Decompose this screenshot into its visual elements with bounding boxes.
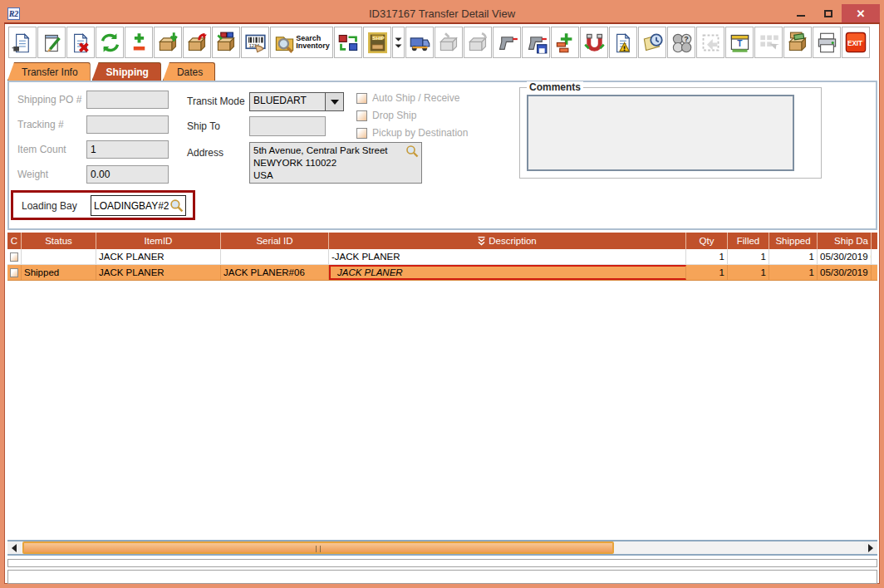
- toolbar-ship-options-dropdown-button[interactable]: [392, 27, 405, 58]
- toolbar-unship-box-button[interactable]: [183, 27, 211, 58]
- minimize-button[interactable]: [787, 4, 814, 22]
- weight-input[interactable]: [86, 165, 169, 184]
- truck-icon: [409, 32, 431, 54]
- tab-transfer-info[interactable]: Transfer Info: [7, 62, 91, 81]
- maximize-icon: [824, 10, 832, 17]
- address-search-icon[interactable]: [405, 145, 419, 161]
- tab-shipping[interactable]: Shipping: [92, 62, 161, 81]
- table-row[interactable]: JACK PLANER-JACK PLANER11105/30/2019 0: [7, 249, 877, 265]
- column-header-qty[interactable]: Qty: [686, 233, 728, 249]
- toolbar-receive-box-button[interactable]: [154, 27, 182, 58]
- add-remove-line-icon: [128, 32, 150, 54]
- shipped-cell: 1: [769, 265, 818, 280]
- toolbar-ship-picture-button[interactable]: SHIP: [363, 27, 391, 58]
- column-header-c[interactable]: C: [7, 233, 22, 249]
- row-checkbox[interactable]: [10, 252, 18, 262]
- toolbar-new-document-button[interactable]: [8, 27, 37, 58]
- loading-bay-search-icon[interactable]: [169, 198, 184, 216]
- toolbar-attach-magnet-button[interactable]: [580, 27, 608, 58]
- tab-dates[interactable]: Dates: [163, 62, 215, 81]
- toolbar-exit-button[interactable]: EXIT: [842, 27, 870, 58]
- column-header-description[interactable]: Description: [329, 233, 686, 249]
- close-button[interactable]: ✕: [842, 4, 880, 22]
- item-id-cell: JACK PLANER: [96, 249, 221, 264]
- address-line-2: NEWYORK 110022: [253, 157, 418, 169]
- address-line-3: USA: [253, 169, 418, 182]
- toolbar-alert-document-button[interactable]: [609, 27, 637, 58]
- column-header-serial-id[interactable]: Serial ID: [221, 233, 329, 249]
- toolbar-barcode-entry-button[interactable]: 1234: [241, 27, 269, 58]
- shipping-po-input[interactable]: [86, 91, 169, 109]
- edit-notepad-icon: [41, 32, 63, 54]
- toolbar-paste-region-button: [696, 27, 724, 58]
- drop-ship-checkbox[interactable]: [356, 110, 367, 121]
- toolbar-schedule-notes-button[interactable]: [638, 27, 666, 58]
- column-header-status[interactable]: Status: [22, 233, 96, 249]
- maximize-button[interactable]: [814, 4, 842, 22]
- toolbar-refresh-button[interactable]: [96, 27, 124, 58]
- ship-options-dropdown-icon: [394, 32, 403, 54]
- toolbar-transfer-boxes-button[interactable]: [334, 27, 362, 58]
- toolbar-cash-boxes-button[interactable]: [783, 27, 812, 58]
- auto-ship-receive-checkbox-label: Auto Ship / Receive: [372, 92, 459, 104]
- row-checkbox[interactable]: [10, 268, 18, 277]
- tab-strip: Transfer InfoShippingDates: [7, 61, 217, 81]
- scroll-right-button[interactable]: [864, 541, 877, 554]
- table-header-row: CStatusItemIDSerial IDDescriptionQtyFill…: [7, 233, 877, 249]
- transfer-boxes-icon: [337, 32, 360, 54]
- toolbar-merge-boxes-button: [435, 27, 463, 58]
- add-line-items-icon: [554, 32, 577, 54]
- ship-to-input[interactable]: [249, 116, 326, 136]
- toolbar-scan-gun-save-button[interactable]: [522, 27, 550, 58]
- loading-bay-highlight-box: Loading Bay: [11, 190, 195, 220]
- auto-ship-receive-checkbox[interactable]: [356, 93, 367, 104]
- pickup-by-destination-checkbox-row: Pickup by Destination: [356, 127, 468, 139]
- toolbar-add-remove-line-button[interactable]: [125, 27, 153, 58]
- merge-boxes-icon: [438, 32, 460, 54]
- toolbar-window-template-button[interactable]: T: [725, 27, 754, 58]
- scroll-left-button[interactable]: [7, 541, 21, 554]
- comments-group: Comments: [519, 87, 822, 179]
- attach-magnet-icon: [583, 32, 606, 54]
- ship-date-cell: 05/30/2019 0: [818, 249, 872, 264]
- horizontal-scrollbar[interactable]: [7, 540, 877, 556]
- transit-mode-dropdown-button[interactable]: [326, 92, 344, 111]
- svg-text:SHIP: SHIP: [372, 34, 384, 40]
- svg-text:EXIT: EXIT: [847, 40, 862, 47]
- address-box[interactable]: 5th Avenue, Central Park Street NEWYORK …: [249, 142, 422, 184]
- tracking-input[interactable]: [86, 115, 169, 134]
- scrollbar-thumb[interactable]: [22, 541, 614, 554]
- comments-textarea[interactable]: [527, 95, 794, 171]
- column-header-itemid[interactable]: ItemID: [96, 233, 221, 249]
- svg-text:T: T: [737, 39, 743, 48]
- toolbar-add-line-items-button[interactable]: [551, 27, 579, 58]
- qty-cell: 1: [686, 249, 728, 264]
- toolbar-search-inventory-button[interactable]: SearchInventory: [270, 27, 333, 58]
- toolbar-truck-button[interactable]: [405, 27, 434, 58]
- toolbar-stack-boxes-button[interactable]: [212, 27, 240, 58]
- toolbar-help-spheres-button[interactable]: ?: [667, 27, 695, 58]
- toolbar-edit-notepad-button[interactable]: [37, 27, 66, 58]
- table-row[interactable]: ShippedJACK PLANERJACK PLANER#06JACK PLA…: [7, 265, 877, 281]
- grid-select-icon: [758, 32, 780, 54]
- transit-mode-value[interactable]: BLUEDART: [249, 92, 326, 111]
- chevron-down-icon: [331, 100, 339, 105]
- item-count-input[interactable]: [86, 140, 169, 159]
- refresh-icon: [99, 32, 121, 54]
- toolbar-delete-document-button[interactable]: [66, 27, 95, 58]
- qty-cell: 1: [686, 265, 728, 280]
- toolbar-scan-gun-button[interactable]: [493, 27, 521, 58]
- column-header-shipped[interactable]: Shipped: [769, 233, 818, 249]
- minimize-icon: [797, 15, 805, 17]
- comments-label: Comments: [527, 81, 583, 93]
- pickup-by-destination-checkbox[interactable]: [356, 128, 367, 139]
- filled-cell: 1: [728, 265, 769, 280]
- status-strip-1: [7, 559, 877, 567]
- paste-region-icon: [700, 32, 722, 54]
- unship-box-icon: [186, 32, 209, 54]
- column-header-filled[interactable]: Filled: [728, 233, 769, 249]
- grip-icon: [316, 546, 321, 552]
- toolbar-print-button[interactable]: [813, 27, 841, 58]
- column-header-ship-da[interactable]: Ship Da: [818, 233, 872, 249]
- search-inventory-label: SearchInventory: [296, 35, 330, 51]
